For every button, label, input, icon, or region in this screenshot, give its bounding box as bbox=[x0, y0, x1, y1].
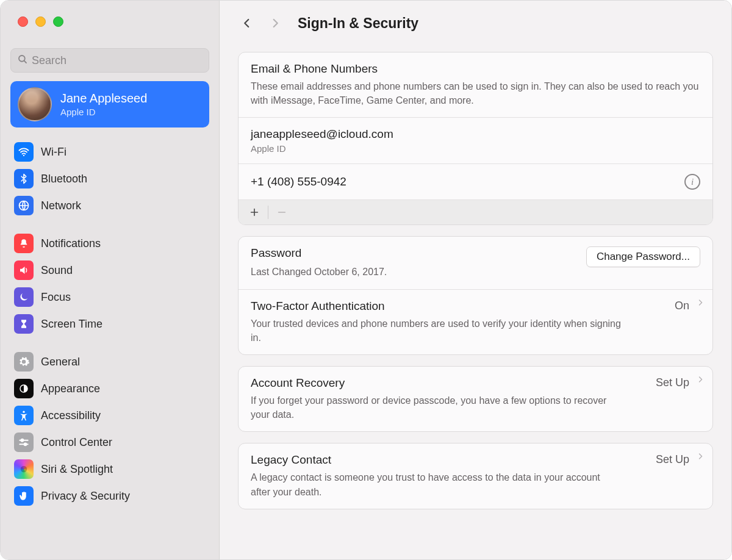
search-input[interactable] bbox=[32, 54, 203, 67]
tfa-status: On bbox=[675, 300, 689, 312]
sliders-icon bbox=[14, 433, 34, 452]
sidebar-item-accessibility[interactable]: Accessibility bbox=[10, 402, 209, 429]
add-button[interactable] bbox=[247, 205, 262, 220]
sidebar-item-label: Screen Time bbox=[41, 318, 102, 331]
phone-value: +1 (408) 555-0942 bbox=[251, 175, 346, 188]
svg-point-5 bbox=[23, 411, 24, 413]
sidebar-item-label: Bluetooth bbox=[41, 173, 87, 185]
password-card: Password Last Changed October 6, 2017. C… bbox=[238, 236, 713, 355]
bell-icon bbox=[14, 234, 34, 253]
close-window-button[interactable] bbox=[18, 16, 28, 27]
chevron-right-icon bbox=[697, 451, 704, 464]
sidebar-item-label: Accessibility bbox=[41, 409, 101, 422]
sidebar-group-alerts: Notifications Sound Focus Screen Time bbox=[10, 230, 209, 337]
sidebar-item-label: Privacy & Security bbox=[41, 490, 130, 503]
svg-line-1 bbox=[24, 60, 26, 63]
sidebar-item-label: Appearance bbox=[41, 382, 100, 395]
chevron-right-icon bbox=[697, 374, 704, 387]
sidebar-item-label: Wi-Fi bbox=[41, 146, 66, 159]
sidebar-item-siri[interactable]: Siri & Spotlight bbox=[10, 456, 209, 483]
email-row[interactable]: janeappleseed@icloud.com Apple ID bbox=[239, 117, 712, 163]
legacy-title: Legacy Contact bbox=[251, 453, 617, 467]
sidebar-group-network: Wi-Fi Bluetooth Network bbox=[10, 138, 209, 219]
sidebar-item-privacy[interactable]: Privacy & Security bbox=[10, 483, 209, 509]
remove-button[interactable] bbox=[274, 205, 289, 220]
sidebar-item-apple-id[interactable]: Jane Appleseed Apple ID bbox=[10, 81, 209, 127]
add-remove-bar bbox=[239, 199, 712, 224]
sidebar-item-bluetooth[interactable]: Bluetooth bbox=[10, 165, 209, 192]
sidebar-item-general[interactable]: General bbox=[10, 348, 209, 375]
divider bbox=[268, 206, 268, 219]
sidebar-item-notifications[interactable]: Notifications bbox=[10, 230, 209, 257]
recovery-title: Account Recovery bbox=[251, 376, 617, 390]
search-icon bbox=[17, 54, 32, 68]
email-phone-card: Email & Phone Numbers These email addres… bbox=[238, 52, 713, 225]
svg-point-2 bbox=[23, 155, 24, 156]
hourglass-icon bbox=[14, 314, 34, 334]
profile-name: Jane Appleseed bbox=[60, 92, 147, 106]
back-button[interactable] bbox=[238, 14, 256, 32]
legacy-card[interactable]: Legacy Contact A legacy contact is someo… bbox=[238, 443, 713, 509]
siri-icon bbox=[14, 459, 34, 479]
email-label: Apple ID bbox=[251, 143, 700, 154]
sidebar-group-system: General Appearance Accessibility Control… bbox=[10, 348, 209, 509]
globe-icon bbox=[14, 196, 34, 215]
sidebar-item-focus[interactable]: Focus bbox=[10, 284, 209, 311]
search-field[interactable] bbox=[10, 48, 209, 73]
sidebar-item-label: Notifications bbox=[41, 237, 101, 250]
bluetooth-icon bbox=[14, 169, 34, 188]
detail-header: Sign-In & Security bbox=[220, 1, 731, 41]
svg-point-10 bbox=[21, 466, 27, 473]
svg-point-7 bbox=[21, 439, 24, 442]
sidebar-item-label: Network bbox=[41, 199, 81, 212]
minimize-window-button[interactable] bbox=[35, 16, 46, 27]
sidebar-item-controlcenter[interactable]: Control Center bbox=[10, 429, 209, 456]
legacy-status: Set Up bbox=[656, 453, 689, 466]
sidebar: Jane Appleseed Apple ID Wi-Fi Bluetooth bbox=[1, 1, 220, 559]
moon-icon bbox=[14, 287, 34, 307]
change-password-button[interactable]: Change Password... bbox=[586, 246, 700, 267]
tfa-title: Two-Factor Authentication bbox=[251, 300, 629, 313]
sidebar-item-label: Focus bbox=[41, 291, 71, 304]
speaker-icon bbox=[14, 260, 34, 280]
profile-text: Jane Appleseed Apple ID bbox=[60, 92, 147, 117]
sidebar-item-label: General bbox=[41, 356, 80, 368]
sidebar-item-screentime[interactable]: Screen Time bbox=[10, 311, 209, 337]
tfa-row[interactable]: Two-Factor Authentication Your trusted d… bbox=[239, 289, 712, 354]
gear-icon bbox=[14, 352, 34, 372]
recovery-card[interactable]: Account Recovery If you forget your pass… bbox=[238, 366, 713, 432]
recovery-desc: If you forget your password or device pa… bbox=[251, 393, 617, 422]
email-section-desc: These email addresses and phone numbers … bbox=[251, 79, 700, 107]
legacy-desc: A legacy contact is someone you trust to… bbox=[251, 470, 617, 498]
svg-point-9 bbox=[24, 443, 27, 445]
wifi-icon bbox=[14, 142, 34, 162]
phone-row[interactable]: +1 (408) 555-0942 i bbox=[239, 163, 712, 199]
recovery-status: Set Up bbox=[656, 376, 689, 389]
accessibility-icon bbox=[14, 406, 34, 425]
avatar bbox=[18, 87, 52, 121]
forward-button[interactable] bbox=[266, 14, 284, 32]
page-title: Sign-In & Security bbox=[298, 15, 418, 32]
tfa-desc: Your trusted devices and phone numbers a… bbox=[251, 317, 629, 345]
password-title: Password bbox=[251, 246, 387, 260]
sidebar-item-network[interactable]: Network bbox=[10, 192, 209, 219]
main-panel: Sign-In & Security Email & Phone Numbers… bbox=[220, 1, 731, 559]
sidebar-item-label: Control Center bbox=[41, 436, 112, 449]
info-icon[interactable]: i bbox=[684, 174, 700, 190]
sidebar-item-label: Siri & Spotlight bbox=[41, 463, 113, 476]
sidebar-item-appearance[interactable]: Appearance bbox=[10, 375, 209, 402]
sidebar-item-wifi[interactable]: Wi-Fi bbox=[10, 138, 209, 165]
window-controls bbox=[1, 1, 219, 36]
email-section-title: Email & Phone Numbers bbox=[251, 62, 700, 76]
profile-subtitle: Apple ID bbox=[60, 107, 147, 117]
password-lastchanged: Last Changed October 6, 2017. bbox=[251, 265, 387, 279]
maximize-window-button[interactable] bbox=[53, 16, 63, 27]
sidebar-item-sound[interactable]: Sound bbox=[10, 257, 209, 284]
email-value: janeappleseed@icloud.com bbox=[251, 127, 700, 141]
chevron-right-icon bbox=[697, 297, 704, 311]
sidebar-item-label: Sound bbox=[41, 264, 73, 277]
hand-icon bbox=[14, 486, 34, 506]
appearance-icon bbox=[14, 379, 34, 398]
